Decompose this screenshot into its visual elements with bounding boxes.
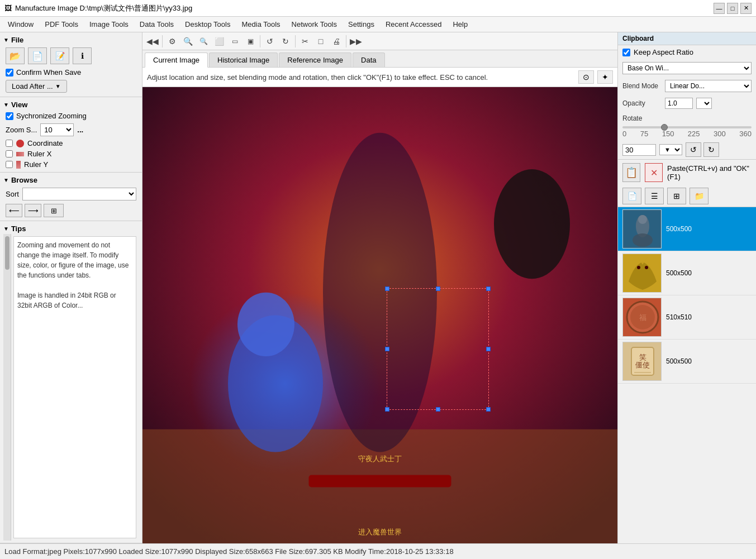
toolbar-back-button[interactable]: ◀◀	[145, 34, 160, 49]
rotate-slider-area: 0 75 150 225 300 360	[618, 125, 756, 140]
hint-text: Adjust location and size, set blending m…	[147, 73, 488, 82]
toolbar-rotate-ccw-button[interactable]: ↺	[262, 34, 278, 49]
new-file-button[interactable]: 📄	[28, 47, 47, 64]
toolbar-crop-button[interactable]: ▣	[243, 34, 258, 49]
rotate-cw-button[interactable]: ↻	[703, 142, 719, 157]
sort-label: Sort	[6, 190, 19, 198]
browse-nav-row: ⟵ ⟶ ⊞	[3, 203, 139, 218]
action-file-button[interactable]: 📄	[622, 188, 641, 204]
tab-reference-image[interactable]: Reference Image	[279, 52, 351, 67]
rotate-label-75: 75	[640, 130, 648, 138]
next-image-button[interactable]: ⟶	[25, 204, 41, 217]
menu-network-tools[interactable]: Network Tools	[286, 18, 343, 31]
confirm-when-save-label[interactable]: Confirm When Save	[6, 68, 81, 77]
paste-area: 📋 ✕ Paste(CTRL+v) and "OK"(F1)	[618, 159, 756, 185]
rotate-label-360: 360	[739, 130, 752, 138]
ruler-x-checkbox[interactable]	[6, 150, 13, 157]
tab-current-image[interactable]: Current Image	[145, 52, 208, 68]
minimize-button[interactable]: —	[714, 3, 725, 14]
menu-data-tools[interactable]: Data Tools	[134, 18, 179, 31]
paste-clipboard-button[interactable]: 📋	[622, 163, 640, 182]
image-canvas[interactable]: 守夜人武士丁 进入魔兽世界 ◄ ►	[142, 87, 617, 543]
titlebar: 🖼 Manufacture Image D:\tmp\测试文件\普通图片\yy3…	[0, 0, 756, 17]
edit-button[interactable]: 📝	[50, 47, 69, 64]
tab-data[interactable]: Data	[353, 52, 384, 67]
browse-section-header[interactable]: ▼ Browse	[3, 175, 139, 185]
tab-historical-image[interactable]: Historical Image	[209, 52, 278, 67]
grid-view-button[interactable]: ⊞	[44, 204, 64, 217]
menu-media-tools[interactable]: Media Tools	[236, 18, 286, 31]
thumbnail-list: 500x500 500x500	[618, 207, 756, 543]
prev-image-button[interactable]: ⟵	[6, 204, 22, 217]
view-section-label: View	[11, 101, 27, 109]
toolbar-paste-button[interactable]: 🖨	[329, 34, 344, 49]
hint-icon-btn-1[interactable]: ⊙	[578, 70, 594, 84]
toolbar-settings-button[interactable]: ⚙	[164, 34, 180, 49]
toolbar-fit-button[interactable]: ⬜	[211, 34, 227, 49]
status-text: Load Format:jpeg Pixels:1077x990 Loaded …	[4, 547, 454, 556]
rotate-label-300: 300	[714, 130, 726, 138]
toolbar-copy-button[interactable]: □	[313, 34, 329, 49]
toolbar-rotate-cw-button[interactable]: ↻	[278, 34, 293, 49]
opacity-unit-select[interactable]: ▼	[696, 98, 712, 109]
blend-mode-select[interactable]: Linear Do...	[665, 80, 752, 92]
sort-select[interactable]	[22, 188, 136, 200]
view-section-header[interactable]: ▼ View	[3, 99, 139, 110]
opacity-input[interactable]	[665, 98, 693, 109]
tips-section-header[interactable]: ▼ Tips	[3, 223, 139, 234]
maximize-button[interactable]: □	[727, 3, 738, 14]
tips-section-label: Tips	[11, 224, 26, 233]
zoom-select[interactable]: 10 25 50 100	[40, 123, 74, 136]
coordinate-checkbox[interactable]	[6, 140, 13, 147]
rotate-ccw-button[interactable]: ↺	[686, 142, 701, 157]
blend-mode-label: Blend Mode	[622, 82, 662, 90]
keep-aspect-ratio-checkbox[interactable]	[622, 49, 630, 56]
clear-clipboard-button[interactable]: ✕	[645, 163, 663, 182]
rotate-value-input[interactable]	[622, 144, 656, 156]
base-on-select[interactable]: Base On Wi...	[622, 62, 752, 74]
toolbar-more-button[interactable]: ▶▶	[348, 34, 364, 49]
ruler-x-label: Ruler X	[27, 150, 51, 158]
toolbar-cut-button[interactable]: ✂	[297, 34, 313, 49]
ruler-y-checkbox[interactable]	[6, 161, 13, 168]
titlebar-controls[interactable]: — □ ✕	[714, 3, 752, 14]
thumbnail-item-1[interactable]: 500x500	[618, 251, 756, 295]
open-file-button[interactable]: 📂	[6, 47, 25, 64]
thumbnail-item-3[interactable]: 笑 僵使 500x500	[618, 340, 756, 384]
action-folder-button[interactable]: 📁	[690, 188, 709, 204]
menu-desktop-tools[interactable]: Desktop Tools	[179, 18, 236, 31]
load-after-button[interactable]: Load After ... ▼	[6, 80, 67, 93]
action-list-button[interactable]: ☰	[645, 188, 664, 204]
menu-image-tools[interactable]: Image Tools	[84, 18, 134, 31]
toolbar-sep-2	[260, 35, 260, 47]
menu-pdf-tools[interactable]: PDF Tools	[39, 18, 84, 31]
close-button[interactable]: ✕	[740, 3, 752, 14]
zoom-dots-button[interactable]: ...	[77, 126, 83, 134]
titlebar-left: 🖼 Manufacture Image D:\tmp\测试文件\普通图片\yy3…	[4, 3, 192, 13]
action-select-button[interactable]: ⊞	[667, 188, 686, 204]
synch-zoom-label[interactable]: Sychronized Zooming	[6, 112, 87, 120]
thumbnail-item-2[interactable]: 福 510x510	[618, 295, 756, 340]
menu-recent-accessed[interactable]: Recent Accessed	[380, 18, 447, 31]
synch-zoom-checkbox[interactable]	[6, 112, 13, 120]
rotate-track[interactable]	[622, 126, 752, 128]
confirm-when-save-checkbox[interactable]	[6, 69, 13, 77]
opacity-row: Opacity ▼	[618, 95, 756, 112]
menu-settings[interactable]: Settings	[343, 18, 380, 31]
toolbar-zoom-in-button[interactable]: 🔍	[180, 34, 196, 49]
toolbar-zoom-out-button[interactable]: 🔍	[196, 34, 211, 49]
opacity-label: Opacity	[622, 99, 662, 107]
app-icon: 🖼	[4, 4, 12, 12]
menu-window[interactable]: Window	[2, 18, 39, 31]
hint-icons: ⊙ ✦	[578, 70, 613, 84]
rotate-unit-select[interactable]: ▼	[659, 144, 682, 155]
svg-text:守夜人武士丁: 守夜人武士丁	[358, 455, 402, 463]
hint-icon-btn-2[interactable]: ✦	[597, 70, 613, 84]
svg-point-3	[323, 133, 437, 452]
toolbar-sep-4	[346, 35, 346, 47]
menu-help[interactable]: Help	[447, 18, 473, 31]
file-section-header[interactable]: ▼ File	[3, 35, 139, 45]
toolbar-frame-button[interactable]: ▭	[227, 34, 243, 49]
thumbnail-item-0[interactable]: 500x500	[618, 207, 756, 251]
info-button[interactable]: ℹ	[73, 47, 92, 64]
